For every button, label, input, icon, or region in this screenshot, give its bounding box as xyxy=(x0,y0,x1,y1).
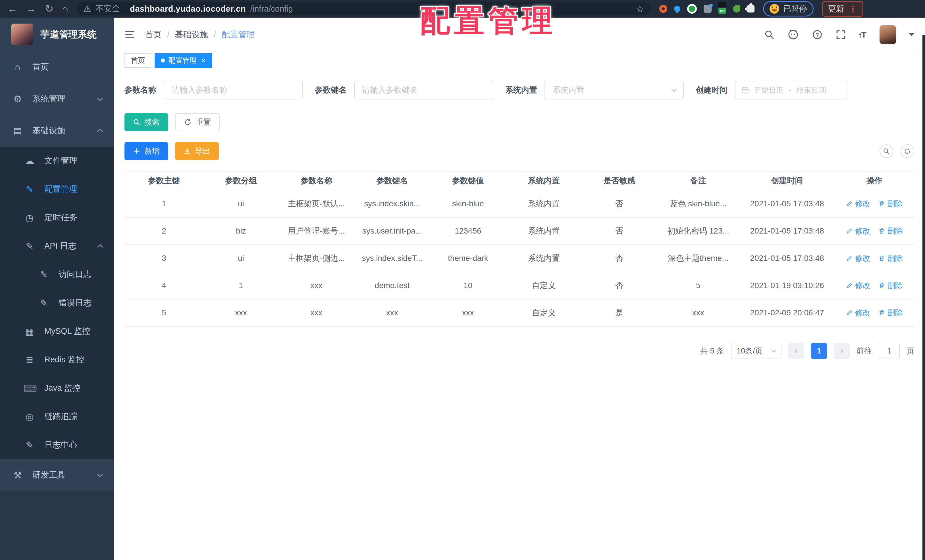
avatar[interactable] xyxy=(880,25,896,44)
extension-pin-icon[interactable] xyxy=(673,4,681,13)
sidebar-item-infra[interactable]: ▤基础设施 xyxy=(0,115,114,147)
help-icon[interactable]: ? xyxy=(812,29,823,40)
edit-link[interactable]: 修改 xyxy=(846,280,871,291)
param-name-input[interactable] xyxy=(164,81,303,99)
svg-text:?: ? xyxy=(816,32,819,38)
table-cell: 主框架页-默认... xyxy=(279,190,354,217)
delete-link[interactable]: 删除 xyxy=(878,280,903,291)
sidebar-item-dev-tools[interactable]: ⚒研发工具 xyxy=(0,459,114,491)
goto-page-input[interactable] xyxy=(879,343,900,359)
sidebar-item-label: 研发工具 xyxy=(32,470,65,481)
logo-row[interactable]: 芋道管理系统 xyxy=(0,18,114,51)
search-icon xyxy=(133,119,140,126)
sidebar-item-error-log[interactable]: ✎错误日志 xyxy=(0,289,114,317)
page-number-1[interactable]: 1 xyxy=(811,343,827,359)
paused-label: 已暂停 xyxy=(783,3,807,14)
divider xyxy=(125,5,125,12)
sidebar-item-file[interactable]: ☁文件管理 xyxy=(0,147,114,175)
caret-down-icon[interactable] xyxy=(909,33,914,36)
delete-link[interactable]: 删除 xyxy=(878,226,903,236)
table-cell: 自定义 xyxy=(506,299,582,327)
table-cell: 用户管理-账号... xyxy=(279,217,354,245)
export-button[interactable]: 导出 xyxy=(175,142,219,160)
tab-config[interactable]: 配置管理 × xyxy=(155,53,212,68)
refresh-table-button[interactable] xyxy=(901,145,914,158)
home-icon[interactable]: ⌂ xyxy=(62,4,68,14)
chevron-down-icon xyxy=(771,348,776,352)
breadcrumb-infra[interactable]: 基础设施 xyxy=(175,29,208,40)
column-header: 是否敏感 xyxy=(582,171,657,190)
sidebar-item-label: 文件管理 xyxy=(44,155,77,167)
add-button[interactable]: 新增 xyxy=(125,142,168,160)
reset-button[interactable]: 重置 xyxy=(175,113,220,131)
bookmark-star-icon[interactable]: ☆ xyxy=(636,3,644,14)
search-icon[interactable] xyxy=(764,30,774,40)
back-icon[interactable]: ← xyxy=(8,4,18,14)
extension-on-icon[interactable]: on xyxy=(719,4,726,14)
breadcrumb-home[interactable]: 首页 xyxy=(145,29,161,40)
column-header: 参数主键 xyxy=(125,171,203,190)
delete-link[interactable]: 删除 xyxy=(878,253,903,263)
menu-dots-icon[interactable]: ⋮ xyxy=(848,4,857,14)
add-button-label: 新增 xyxy=(145,146,160,156)
table-cell: 1 xyxy=(125,190,203,217)
table-cell: xxx xyxy=(203,299,279,327)
pencil-icon xyxy=(846,309,853,316)
search-button-label: 搜索 xyxy=(145,117,160,127)
date-range-picker[interactable]: 开始日期 - 结束日期 xyxy=(735,81,847,99)
table-cell: xxx xyxy=(430,299,506,327)
goto-label: 前往 xyxy=(857,346,872,356)
table-cell: 2021-01-05 17:03:48 xyxy=(740,190,835,217)
param-key-input[interactable] xyxy=(354,81,493,99)
table-cell: 3 xyxy=(125,245,203,272)
forward-icon[interactable]: → xyxy=(26,4,36,14)
prev-page-button[interactable] xyxy=(788,343,804,359)
sidebar-item-log-center[interactable]: ✎日志中心 xyxy=(0,431,114,459)
edit-link[interactable]: 修改 xyxy=(846,308,871,318)
fullscreen-icon[interactable] xyxy=(836,30,846,40)
delete-link[interactable]: 删除 xyxy=(878,308,903,318)
font-size-icon[interactable]: tT xyxy=(859,30,866,39)
column-header: 参数分组 xyxy=(203,171,279,190)
table-cell: 1 xyxy=(203,272,279,299)
search-button[interactable]: 搜索 xyxy=(125,113,168,131)
extension-leaf-icon[interactable] xyxy=(733,5,740,12)
column-header: 参数键名 xyxy=(354,171,430,190)
sidebar-item-system[interactable]: ⚙系统管理 xyxy=(0,83,114,115)
builtin-select[interactable]: 系统内置 xyxy=(544,81,684,99)
sidebar-item-redis[interactable]: ≣Redis 监控 xyxy=(0,345,114,374)
sidebar-item-config[interactable]: ✎配置管理 xyxy=(0,175,114,203)
paused-badge[interactable]: 已暂停 xyxy=(763,1,814,17)
sidebar-item-java[interactable]: ⌨Java 监控 xyxy=(0,374,114,402)
extension-green-icon[interactable] xyxy=(687,4,697,14)
delete-link[interactable]: 删除 xyxy=(878,199,903,209)
next-page-button[interactable] xyxy=(834,343,850,359)
github-icon[interactable] xyxy=(788,29,799,40)
search-button-row: 搜索 重置 xyxy=(125,113,914,131)
update-button[interactable]: 更新 ⋮ xyxy=(822,1,863,17)
address-bar[interactable]: 不安全 dashboard.yudao.iocoder.cn/infra/con… xyxy=(77,2,651,15)
start-date-placeholder: 开始日期 xyxy=(754,85,784,95)
tab-home[interactable]: 首页 xyxy=(125,53,151,68)
sidebar-item-api-log[interactable]: ✎API 日志 xyxy=(0,232,114,260)
page-size-select[interactable]: 10条/页 xyxy=(731,343,782,359)
chevron-down-icon xyxy=(97,95,103,101)
reload-icon[interactable]: ↻ xyxy=(45,4,53,14)
edit-link[interactable]: 修改 xyxy=(846,253,871,263)
extension-gray-icon[interactable] xyxy=(704,5,712,13)
extensions-puzzle-icon[interactable] xyxy=(747,5,755,12)
edit-link[interactable]: 修改 xyxy=(846,199,871,209)
refresh-icon xyxy=(904,148,911,155)
hamburger-icon[interactable] xyxy=(125,29,135,40)
table-cell: 系统内置 xyxy=(506,190,582,217)
close-icon[interactable]: × xyxy=(201,57,205,64)
sidebar-item-access-log[interactable]: ✎访问日志 xyxy=(0,260,114,289)
sidebar-item-home[interactable]: ⌂首页 xyxy=(0,51,114,83)
table-cell: 2021-02-09 20:06:47 xyxy=(740,299,835,327)
extension-orange-icon[interactable] xyxy=(659,5,667,13)
sidebar-item-job[interactable]: ◷定时任务 xyxy=(0,203,114,232)
sidebar-item-mysql[interactable]: ▦MySQL 监控 xyxy=(0,317,114,345)
show-search-button[interactable] xyxy=(880,145,893,158)
edit-link[interactable]: 修改 xyxy=(846,226,871,236)
sidebar-item-trace[interactable]: ◎链路追踪 xyxy=(0,402,114,431)
